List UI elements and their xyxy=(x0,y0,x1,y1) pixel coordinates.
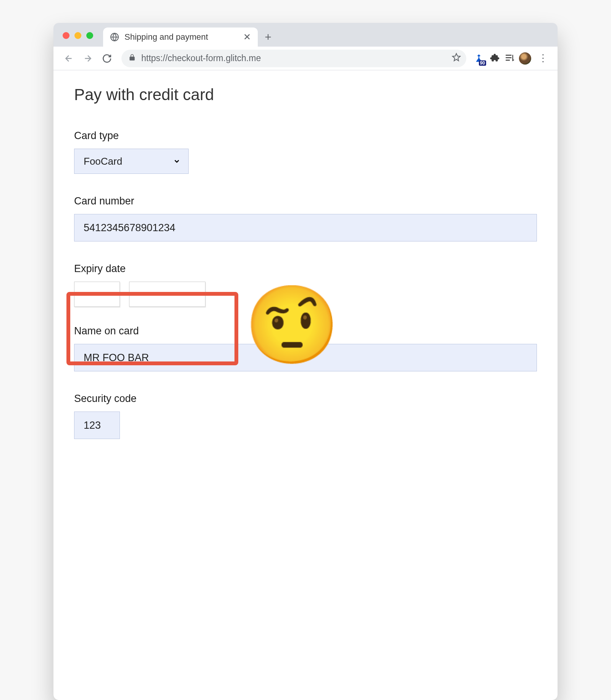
expiry-year-select[interactable] xyxy=(129,282,205,307)
browser-tab[interactable]: Shipping and payment ✕ xyxy=(103,28,258,47)
forward-button[interactable] xyxy=(79,50,96,67)
lighthouse-extension[interactable]: 90 xyxy=(472,52,485,65)
window-controls xyxy=(63,32,93,39)
address-bar[interactable]: https://checkout-form.glitch.me xyxy=(121,50,466,67)
chevron-down-icon xyxy=(173,157,181,165)
back-button[interactable] xyxy=(60,50,77,67)
card-type-value: FooCard xyxy=(84,156,122,167)
close-window-button[interactable] xyxy=(63,32,70,39)
expiry-month-select[interactable] xyxy=(74,282,120,307)
card-number-input[interactable]: 5412345678901234 xyxy=(74,214,537,241)
profile-avatar[interactable] xyxy=(519,52,531,65)
minimize-window-button[interactable] xyxy=(74,32,81,39)
tab-strip: Shipping and payment ✕ + xyxy=(53,23,558,47)
card-type-field: Card type FooCard xyxy=(74,130,537,174)
page-content: Pay with credit card Card type FooCard C… xyxy=(53,70,558,590)
expiry-label: Expiry date xyxy=(74,263,537,275)
extension-badge: 90 xyxy=(479,60,486,66)
card-number-field: Card number 5412345678901234 xyxy=(74,195,537,241)
card-type-label: Card type xyxy=(74,130,537,142)
chevron-down-icon xyxy=(191,291,198,298)
security-code-input[interactable]: 123 xyxy=(74,412,120,439)
reading-list-icon[interactable] xyxy=(504,53,514,64)
browser-window: Shipping and payment ✕ + https://checkou… xyxy=(53,23,558,700)
raised-eyebrow-emoji: 🤨 xyxy=(244,287,340,363)
card-type-select[interactable]: FooCard xyxy=(74,149,189,174)
card-number-value: 5412345678901234 xyxy=(84,222,175,234)
reload-button[interactable] xyxy=(99,50,115,67)
lock-icon xyxy=(128,53,136,63)
card-number-label: Card number xyxy=(74,195,537,207)
browser-menu-button[interactable]: ⋮ xyxy=(536,52,551,64)
extensions-puzzle-icon[interactable] xyxy=(490,53,500,64)
url-text: https://checkout-form.glitch.me xyxy=(141,53,446,63)
new-tab-button[interactable]: + xyxy=(260,29,276,45)
toolbar-right: 90 ⋮ xyxy=(472,52,551,65)
tab-title: Shipping and payment xyxy=(124,32,236,42)
page-title: Pay with credit card xyxy=(74,86,537,104)
zoom-window-button[interactable] xyxy=(86,32,93,39)
chevron-down-icon xyxy=(107,291,114,298)
bookmark-star-icon[interactable] xyxy=(452,53,461,64)
security-code-label: Security code xyxy=(74,393,537,405)
globe-icon xyxy=(110,32,119,42)
close-tab-button[interactable]: ✕ xyxy=(242,32,252,42)
browser-toolbar: https://checkout-form.glitch.me 90 ⋮ xyxy=(53,47,558,70)
name-on-card-value: MR FOO BAR xyxy=(84,352,149,364)
security-code-value: 123 xyxy=(84,420,101,431)
security-code-field: Security code 123 xyxy=(74,393,537,439)
